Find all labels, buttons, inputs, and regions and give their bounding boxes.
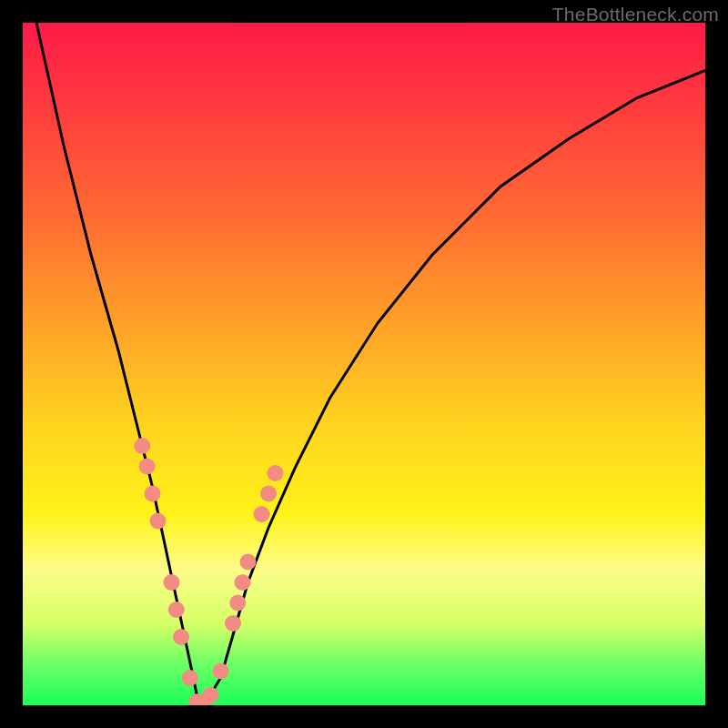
data-marker [235, 574, 251, 591]
watermark-text: TheBottleneck.com [552, 4, 719, 25]
data-marker [164, 574, 180, 591]
data-marker [173, 629, 189, 645]
data-marker [202, 687, 218, 703]
data-marker [268, 465, 284, 481]
data-marker [254, 506, 270, 522]
data-marker [134, 438, 150, 454]
bottleneck-curve [36, 23, 705, 705]
curve-svg [23, 23, 705, 705]
data-marker [182, 670, 198, 686]
data-marker [225, 615, 241, 632]
plot-area [23, 23, 705, 705]
data-marker [240, 554, 257, 571]
data-marker [139, 459, 156, 475]
data-marker [260, 486, 277, 502]
chart-frame: TheBottleneck.com [0, 0, 728, 728]
data-marker [229, 595, 246, 612]
data-marker [145, 486, 161, 502]
data-marker [150, 513, 167, 530]
marker-group [134, 438, 283, 705]
data-marker [213, 663, 229, 680]
data-marker [168, 602, 185, 618]
